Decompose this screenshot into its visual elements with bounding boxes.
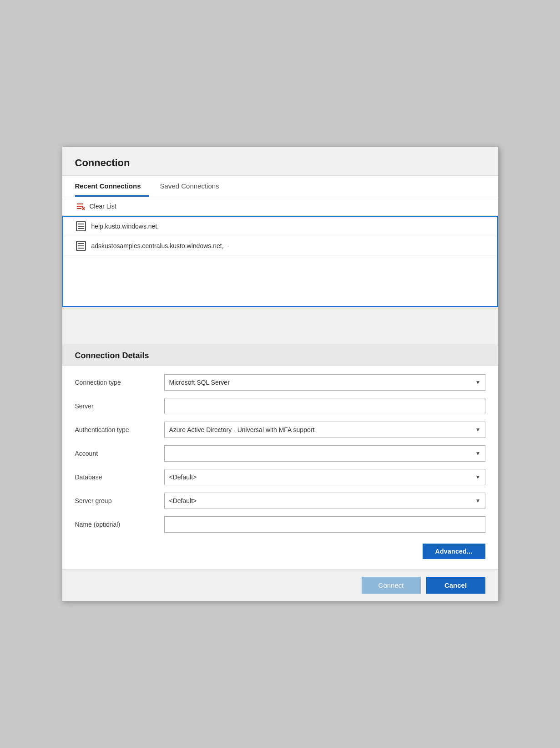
server-icon-2 [76, 241, 86, 251]
server-icon-1 [76, 221, 86, 231]
connection-type-select-wrapper: Microsoft SQL Server PostgreSQL MySQL SQ… [164, 374, 485, 391]
connection-dialog: Connection Recent Connections Saved Conn… [62, 147, 499, 601]
connections-list: help.kusto.windows.net, adskustosamples.… [62, 216, 498, 307]
connection-type-row: Connection type Microsoft SQL Server Pos… [75, 374, 485, 391]
connection-text-1: help.kusto.windows.net, [91, 223, 159, 230]
section-header: Connection Details [62, 344, 498, 366]
server-label: Server [75, 402, 157, 410]
auth-type-row: Authentication type Azure Active Directo… [75, 422, 485, 438]
server-group-label: Server group [75, 497, 157, 504]
clear-list-button[interactable]: Clear List [62, 197, 498, 216]
recent-connections-panel: Clear List help.kusto.windows.net, [62, 197, 498, 307]
dialog-title: Connection [62, 147, 498, 176]
spacer [62, 307, 498, 344]
server-group-select[interactable]: <Default> [164, 493, 485, 509]
database-select-wrapper: <Default> ▼ [164, 469, 485, 485]
account-label: Account [75, 450, 157, 457]
database-row: Database <Default> ▼ [75, 469, 485, 485]
tabs-section: Recent Connections Saved Connections [62, 176, 498, 197]
connect-button[interactable]: Connect [362, 577, 421, 594]
tab-saved-connections[interactable]: Saved Connections [160, 176, 227, 197]
auth-type-select-wrapper: Azure Active Directory - Universal with … [164, 422, 485, 438]
database-select[interactable]: <Default> [164, 469, 485, 485]
connection-details-section: Connection Details Connection type Micro… [62, 344, 498, 569]
server-group-select-wrapper: <Default> ▼ [164, 493, 485, 509]
clear-list-label: Clear List [90, 203, 116, 210]
connection-text-2: adskustosamples.centralus.kusto.windows.… [91, 242, 229, 249]
connection-type-label: Connection type [75, 379, 157, 386]
database-label: Database [75, 473, 157, 481]
name-row: Name (optional) [75, 516, 485, 533]
advanced-button[interactable]: Advanced... [423, 544, 485, 559]
server-row: Server [75, 398, 485, 414]
connection-item-2[interactable]: adskustosamples.centralus.kusto.windows.… [63, 236, 497, 256]
tabs-bar: Recent Connections Saved Connections [75, 176, 485, 197]
dialog-footer: Connect Cancel [62, 569, 498, 601]
auth-type-select[interactable]: Azure Active Directory - Universal with … [164, 422, 485, 438]
connection-type-select[interactable]: Microsoft SQL Server PostgreSQL MySQL SQ… [164, 374, 485, 391]
auth-type-label: Authentication type [75, 426, 157, 433]
server-input[interactable] [164, 398, 485, 414]
form-area: Connection type Microsoft SQL Server Pos… [62, 366, 498, 569]
account-row: Account ▼ [75, 445, 485, 462]
account-select[interactable] [164, 445, 485, 462]
cancel-button[interactable]: Cancel [426, 577, 485, 594]
clear-list-icon [75, 202, 85, 211]
name-label: Name (optional) [75, 521, 157, 528]
connection-item-1[interactable]: help.kusto.windows.net, [63, 217, 497, 236]
advanced-row: Advanced... [75, 540, 485, 561]
name-input[interactable] [164, 516, 485, 533]
tab-recent-connections[interactable]: Recent Connections [75, 176, 149, 197]
server-group-row: Server group <Default> ▼ [75, 493, 485, 509]
account-select-wrapper: ▼ [164, 445, 485, 462]
